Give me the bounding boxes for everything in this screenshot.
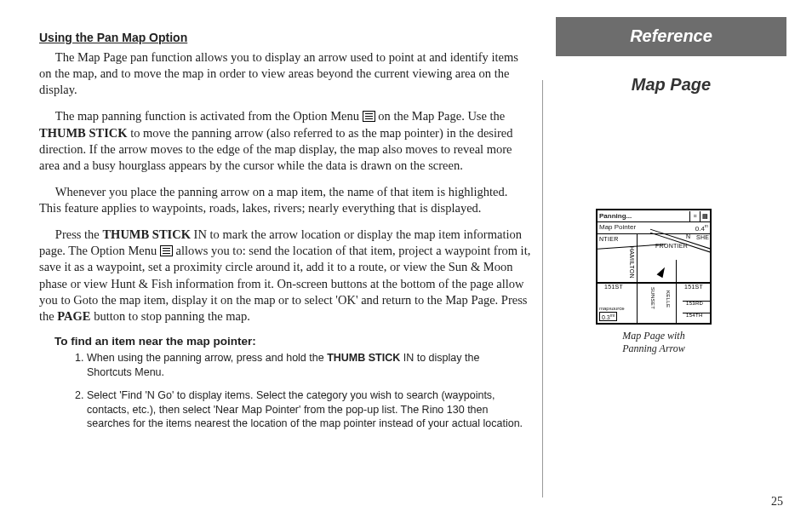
map-label-she: SHE <box>696 234 709 240</box>
map-source-label: mapsource <box>599 306 625 311</box>
map-screenshot: Panning... ≡ ▤ Map Pointer 0.4m <box>596 209 712 325</box>
map-label-frontier: FRONTIER <box>655 243 688 249</box>
figure: Panning... ≡ ▤ Map Pointer 0.4m <box>590 209 718 355</box>
map-label-n: N <box>686 233 690 239</box>
map-sub-left: Map Pointer <box>599 223 636 233</box>
map-body: NTIER FRONTIER N SHE HAMILTON 151ST 151S… <box>598 234 710 323</box>
map-label-hamilton: HAMILTON <box>629 246 635 279</box>
reference-subtitle: Map Page <box>556 75 786 95</box>
map-label-151st-r: 151ST <box>684 284 703 290</box>
body-text: The Map Page pan function allows you to … <box>39 49 532 325</box>
figure-caption: Map Page with Panning Arrow <box>590 330 718 355</box>
map-titlebar-close-icon: ▤ <box>700 211 710 221</box>
section-heading: Using the Pan Map Option <box>39 31 532 44</box>
panning-arrow-icon <box>657 266 668 278</box>
map-label-sunset: SUNSET <box>650 287 655 309</box>
page-button-label: PAGE <box>57 309 90 323</box>
map-label-151st-l: 151ST <box>604 284 623 290</box>
paragraph-3: Whenever you place the panning arrow on … <box>39 184 532 216</box>
column-divider <box>542 80 543 497</box>
map-label-154th: 154TH <box>686 313 703 318</box>
option-menu-icon-2 <box>160 245 173 256</box>
caption-line-1: Map Page with <box>622 330 684 342</box>
option-menu-icon <box>363 111 375 122</box>
step1-a: When using the panning arrow, press and … <box>87 352 327 364</box>
paragraph-2: The map panning function is activated fr… <box>39 108 532 174</box>
thumb-stick-label-3: THUMB STICK <box>327 352 400 364</box>
map-label-ntier: NTIER <box>599 236 619 242</box>
sub-heading: To find an item near the map pointer: <box>54 335 532 348</box>
map-scale: 0.3mi <box>599 312 617 321</box>
step-1: When using the panning arrow, press and … <box>87 351 532 380</box>
caption-line-2: Panning Arrow <box>622 342 685 354</box>
p2-a: The map panning function is activated fr… <box>55 109 363 123</box>
map-title: Panning... <box>599 212 632 220</box>
steps-list: When using the panning arrow, press and … <box>70 351 532 431</box>
map-label-153rd: 153RD <box>686 301 703 306</box>
map-sub-right: 0.4 <box>695 225 705 233</box>
reference-banner: Reference <box>556 17 786 56</box>
page-number: 25 <box>771 495 783 509</box>
step-2: Select 'Find 'N Go' to display items. Se… <box>87 388 532 432</box>
map-titlebar-menu-icon: ≡ <box>689 211 700 221</box>
thumb-stick-label-2: THUMB STICK <box>102 227 191 241</box>
paragraph-1: The Map Page pan function allows you to … <box>39 49 532 98</box>
p4-a: Press the <box>55 227 103 241</box>
paragraph-4: Press the THUMB STICK IN to mark the arr… <box>39 227 532 325</box>
map-label-kelle: KELLE <box>666 290 671 308</box>
p4-d: button to stop panning the map. <box>91 309 250 323</box>
thumb-stick-label: THUMB STICK <box>39 126 128 140</box>
p2-b: on the Map Page. Use the <box>375 109 506 123</box>
